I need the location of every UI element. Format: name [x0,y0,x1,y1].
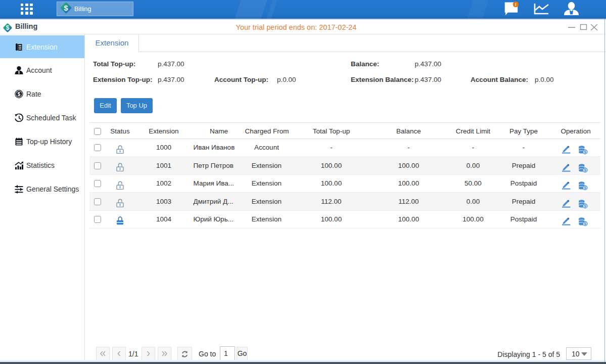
svg-text:$: $ [6,24,10,31]
svg-text:$: $ [584,150,586,154]
svg-text:$: $ [18,90,21,97]
svg-text:$: $ [64,4,68,12]
svg-text:$: $ [584,186,586,190]
svg-text:$: $ [584,222,586,226]
svg-text:$: $ [584,168,586,172]
svg-text:$: $ [584,204,586,208]
svg-text:!: ! [515,2,517,7]
